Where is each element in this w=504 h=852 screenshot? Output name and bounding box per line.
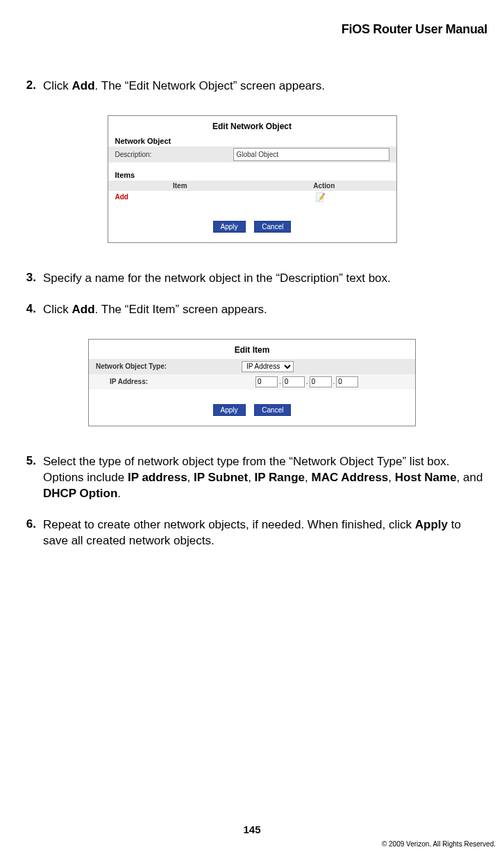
eno-col-item: Item	[108, 182, 253, 190]
eno-description-label: Description:	[115, 151, 233, 158]
step-5-opt-1: IP Subnet	[194, 471, 248, 484]
step-2-bold: Add	[72, 79, 95, 92]
ei-ip-label: IP Address:	[96, 378, 255, 385]
step-6-body: Repeat to create other network objects, …	[43, 517, 487, 549]
step-5-opt-5: DHCP Option	[43, 487, 117, 500]
dot-icon: .	[278, 378, 283, 385]
step-2: 2. Click Add. The “Edit Network Object” …	[17, 78, 487, 94]
step-5-post: .	[117, 487, 121, 500]
edit-network-object-panel: Edit Network Object Network Object Descr…	[108, 115, 397, 243]
ei-title: Edit Item	[89, 340, 415, 359]
ei-apply-button[interactable]: Apply	[213, 404, 246, 416]
add-icon[interactable]: 📝	[252, 192, 389, 202]
step-5-body: Select the type of network object type f…	[43, 454, 487, 502]
eno-title: Edit Network Object	[108, 116, 396, 135]
step-3-number: 3.	[17, 271, 43, 287]
eno-button-row: Apply Cancel	[108, 206, 396, 242]
step-5-sep-0: ,	[187, 471, 194, 484]
ei-ip-octet-4[interactable]	[336, 376, 358, 387]
page-number: 145	[0, 824, 504, 835]
ei-type-row: Network Object Type: IP Address	[89, 359, 415, 374]
eno-section-network-object: Network Object	[108, 135, 396, 147]
ei-button-row: Apply Cancel	[89, 390, 415, 426]
step-6-pre: Repeat to create other network objects, …	[43, 518, 415, 531]
ei-type-label: Network Object Type:	[96, 362, 242, 370]
ei-type-select[interactable]: IP Address	[242, 361, 294, 372]
step-5-sep-3: ,	[388, 471, 394, 484]
ei-ip-octet-3[interactable]	[310, 376, 332, 387]
eno-description-row: Description:	[108, 147, 396, 162]
step-4-post: . The “Edit Item” screen appears.	[95, 303, 267, 316]
step-5-opt-0: IP address	[128, 471, 187, 484]
copyright-text: © 2009 Verizon. All Rights Reserved.	[382, 840, 496, 848]
step-5: 5. Select the type of network object typ…	[17, 454, 487, 502]
step-5-and: , and	[457, 471, 483, 484]
step-4: 4. Click Add. The “Edit Item” screen app…	[17, 302, 487, 318]
ei-ip-row: IP Address: ...	[89, 374, 415, 390]
edit-item-panel: Edit Item Network Object Type: IP Addres…	[88, 339, 416, 426]
step-6: 6. Repeat to create other network object…	[17, 517, 487, 549]
eno-apply-button[interactable]: Apply	[213, 221, 246, 233]
eno-items-header: Item Action	[108, 181, 396, 191]
dot-icon: .	[305, 378, 310, 385]
eno-add-row: Add 📝	[108, 191, 396, 206]
page-header-title: FiOS Router User Manual	[17, 22, 487, 37]
step-4-bold: Add	[72, 303, 95, 316]
eno-section-items: Items	[108, 169, 396, 181]
eno-cancel-button[interactable]: Cancel	[254, 221, 291, 233]
step-5-sep-1: ,	[248, 471, 254, 484]
step-4-number: 4.	[17, 302, 43, 318]
eno-add-link[interactable]: Add	[115, 193, 253, 201]
step-2-pre: Click	[43, 79, 72, 92]
step-5-opt-4: Host Name	[395, 471, 457, 484]
step-4-body: Click Add. The “Edit Item” screen appear…	[43, 302, 487, 318]
step-2-post: . The “Edit Network Object” screen appea…	[95, 79, 325, 92]
step-5-number: 5.	[17, 454, 43, 502]
step-2-body: Click Add. The “Edit Network Object” scr…	[43, 78, 487, 94]
step-5-opt-3: MAC Address	[311, 471, 388, 484]
ei-ip-octet-2[interactable]	[283, 376, 305, 387]
step-6-number: 6.	[17, 517, 43, 549]
ei-cancel-button[interactable]: Cancel	[254, 404, 291, 416]
step-5-opt-2: IP Range	[255, 471, 305, 484]
ei-ip-octet-1[interactable]	[255, 376, 278, 387]
step-6-bold: Apply	[415, 518, 448, 531]
ei-ip-inputs: ...	[255, 376, 408, 387]
step-2-number: 2.	[17, 78, 43, 94]
step-3-body: Specify a name for the network object in…	[43, 271, 487, 287]
eno-col-action: Action	[252, 182, 396, 190]
eno-description-input[interactable]	[233, 148, 389, 161]
step-4-pre: Click	[43, 303, 72, 316]
dot-icon: .	[332, 378, 337, 385]
step-3: 3. Specify a name for the network object…	[17, 271, 487, 287]
